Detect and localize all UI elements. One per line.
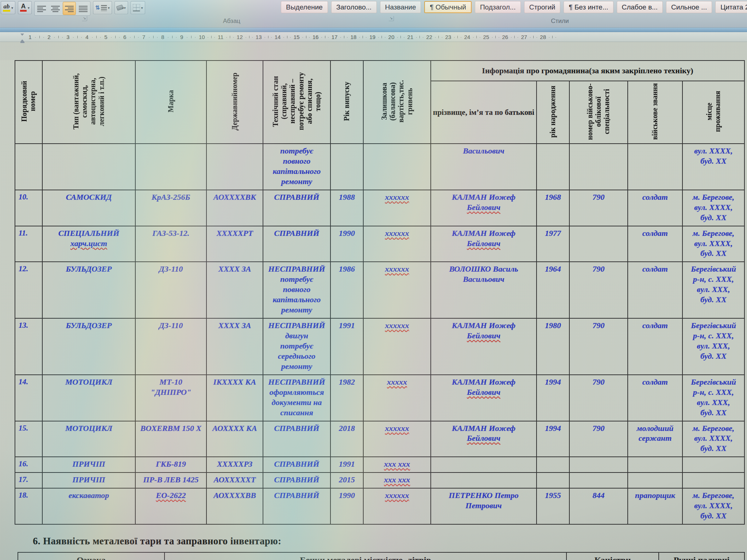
- ruler[interactable]: 1··2··3··4··5··6··7··8··9··10··11··12··1…: [0, 32, 747, 42]
- document-area[interactable]: Порядковий номерТип (вантажний, самоскид…: [0, 60, 747, 560]
- highlight-button[interactable]: ab ▾: [1, 1, 15, 14]
- style-chip[interactable]: Сильное ...: [666, 1, 712, 13]
- cell-birth[interactable]: 1968: [537, 190, 569, 226]
- cell-value[interactable]: ххх ххх: [363, 457, 431, 472]
- cell-value[interactable]: хххххх: [363, 190, 431, 226]
- cell-address[interactable]: м. Берегове,вул. ХХХХ,буд. ХХ: [682, 226, 744, 262]
- cell-vus[interactable]: [569, 457, 628, 472]
- cell-value[interactable]: [363, 144, 431, 190]
- cell-plate[interactable]: АОХХХХХТ: [206, 472, 263, 488]
- cell-birth[interactable]: 1955: [537, 488, 569, 524]
- align-center-button[interactable]: [49, 2, 62, 15]
- font-dialog-launcher[interactable]: ↘: [82, 16, 87, 21]
- cell-num[interactable]: 18.: [15, 488, 42, 524]
- cell-value[interactable]: хххххх: [363, 262, 431, 318]
- cell-vus[interactable]: [569, 472, 628, 488]
- cell-vus[interactable]: 790: [569, 375, 628, 421]
- cell-name[interactable]: ВОЛОШКО ВасильВасильович: [431, 262, 537, 318]
- cell-birth[interactable]: 1964: [537, 262, 569, 318]
- cell-state[interactable]: СПРАВНИЙ: [263, 472, 330, 488]
- cell-type[interactable]: ПРИЧІП: [42, 457, 135, 472]
- cell-birth[interactable]: [537, 144, 569, 190]
- style-chip[interactable]: Выделение: [281, 1, 328, 13]
- style-chip[interactable]: Подзагол...: [475, 1, 521, 13]
- cell-num[interactable]: 14.: [15, 375, 42, 421]
- cell-value[interactable]: хххххх: [363, 421, 431, 457]
- shading-button[interactable]: ▾: [115, 1, 128, 14]
- cell-plate[interactable]: АОХХХХ КА: [206, 421, 263, 457]
- cell-state[interactable]: СПРАВНИЙ: [263, 226, 330, 262]
- cell-name[interactable]: КАЛМАН ИожефБейлович: [431, 226, 537, 262]
- cell-year[interactable]: 2018: [330, 421, 363, 457]
- column-header[interactable]: Технічний стан (справний, несправний – п…: [263, 61, 330, 144]
- cell-rank[interactable]: прапорщик: [628, 488, 682, 524]
- cell-year[interactable]: 1982: [330, 375, 363, 421]
- column-header[interactable]: Тип (вантажний, самоскид, автоцистерна, …: [42, 61, 135, 144]
- cell-year[interactable]: 2015: [330, 472, 363, 488]
- cell-vus[interactable]: [569, 226, 628, 262]
- cell-type[interactable]: БУЛЬДОЗЕР: [42, 262, 135, 318]
- cell-address[interactable]: м. Берегове,вул. ХХХХ,буд. ХХ: [682, 421, 744, 457]
- align-right-button[interactable]: [63, 2, 76, 15]
- cell-brand[interactable]: ДЗ-110: [135, 262, 206, 318]
- cell-year[interactable]: 1990: [330, 488, 363, 524]
- cell-rank[interactable]: солдат: [628, 318, 682, 375]
- cell-state[interactable]: НЕСПРАВНИЙпотребуєповногокапітальногорем…: [263, 262, 330, 318]
- cell-rank[interactable]: солдат: [628, 375, 682, 421]
- cell-rank[interactable]: солдат: [628, 262, 682, 318]
- cell-value[interactable]: ххххх: [363, 375, 431, 421]
- cell-num[interactable]: 10.: [15, 190, 42, 226]
- cell-type[interactable]: САМОСКИД: [42, 190, 135, 226]
- cell-type[interactable]: МОТОЦИКЛ: [42, 421, 135, 457]
- cell-plate[interactable]: ХХХХ ЗА: [206, 318, 263, 375]
- cell-vus[interactable]: 790: [569, 190, 628, 226]
- cell-state[interactable]: НЕСПРАВНИЙоформляютьсядокументи насписан…: [263, 375, 330, 421]
- cell-rank[interactable]: молодшийсержант: [628, 421, 682, 457]
- indent-marker[interactable]: [20, 34, 25, 43]
- cell-num[interactable]: 12.: [15, 262, 42, 318]
- cell-address[interactable]: Берегівськийр-н, с. ХХХ,вул. ХХХ,буд. ХХ: [682, 318, 744, 375]
- column-header[interactable]: місце проживання: [682, 81, 744, 144]
- cell-name[interactable]: КАЛМАН ИожефБейлович: [431, 190, 537, 226]
- cell-name[interactable]: КАЛМАН ИожефБейлович: [431, 375, 537, 421]
- cell-type[interactable]: СПЕЦІАЛЬНИЙхарч.цист: [42, 226, 135, 262]
- cell-value[interactable]: ххх ххх: [363, 472, 431, 488]
- style-chip[interactable]: Строгий: [524, 1, 561, 13]
- cell-brand[interactable]: [135, 144, 206, 190]
- paragraph-dialog-launcher[interactable]: ↘: [389, 16, 394, 21]
- cell-address[interactable]: [682, 457, 744, 472]
- cell-rank[interactable]: [628, 144, 682, 190]
- style-chip[interactable]: Цитата 2: [715, 1, 747, 13]
- cell-state[interactable]: потребуєповногокапітальногоремонту: [263, 144, 330, 190]
- column-header[interactable]: рік народження: [537, 81, 569, 144]
- cell-year[interactable]: 1991: [330, 318, 363, 375]
- tara-column-header[interactable]: Каністри: [566, 552, 659, 560]
- cell-address[interactable]: вул. ХХХХ,буд. ХХ: [682, 144, 744, 190]
- style-chip[interactable]: ¶ Без инте...: [564, 1, 613, 13]
- style-chip[interactable]: Заголово...: [331, 1, 377, 13]
- cell-type[interactable]: МОТОЦИКЛ: [42, 375, 135, 421]
- cell-vus[interactable]: 790: [569, 421, 628, 457]
- cell-year[interactable]: 1988: [330, 190, 363, 226]
- cell-birth[interactable]: [537, 472, 569, 488]
- cell-brand[interactable]: МТ-10"ДНІПРО": [135, 375, 206, 421]
- cell-vus[interactable]: 844: [569, 488, 628, 524]
- cell-num[interactable]: 11.: [15, 226, 42, 262]
- cell-birth[interactable]: [537, 457, 569, 472]
- tara-column-header[interactable]: Ручні паливні: [659, 552, 744, 560]
- cell-brand[interactable]: ЕО-2622: [135, 488, 206, 524]
- cell-value[interactable]: хххххх: [363, 318, 431, 375]
- cell-num[interactable]: [15, 144, 42, 190]
- font-color-button[interactable]: А ▾: [18, 1, 32, 14]
- cell-brand[interactable]: ПР-В ЛЕВ 1425: [135, 472, 206, 488]
- cell-state[interactable]: НЕСПРАВНИЙдвигунпотребуєсередньогоремонт…: [263, 318, 330, 375]
- cell-plate[interactable]: ХХХХХРТ: [206, 226, 263, 262]
- cell-value[interactable]: хххххх: [363, 226, 431, 262]
- cell-rank[interactable]: солдат: [628, 190, 682, 226]
- cell-plate[interactable]: ХХХХ ЗА: [206, 262, 263, 318]
- line-spacing-button[interactable]: ⇅ ▾: [93, 1, 112, 14]
- justify-button[interactable]: [77, 2, 90, 15]
- tara-column-header[interactable]: Ознака: [18, 552, 165, 560]
- cell-plate[interactable]: [206, 144, 263, 190]
- column-header[interactable]: прізвище, ім’я та по батькові: [431, 81, 537, 144]
